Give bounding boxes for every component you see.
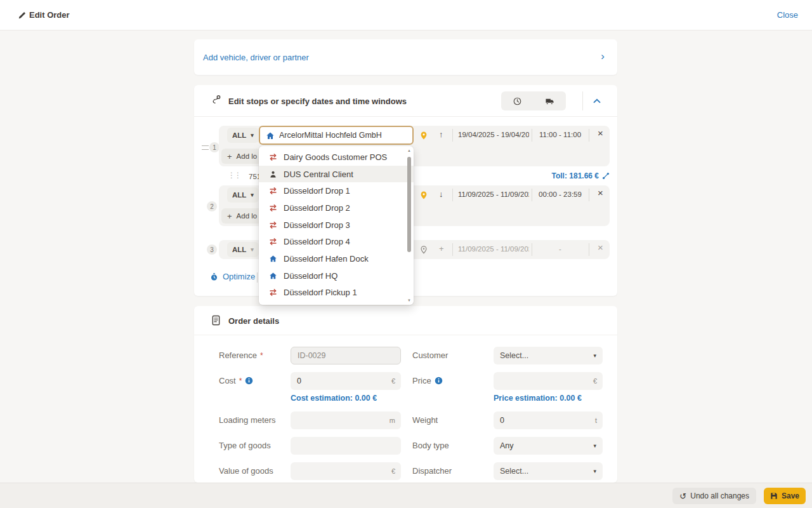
stops-card: Edit stops or specify dates and time win…: [194, 85, 617, 296]
dropdown-item[interactable]: Düsseldorf Drop 4: [259, 233, 414, 250]
date-range-field[interactable]: 19/04/2025 - 19/04/202: [458, 131, 529, 138]
stop-number: 2: [207, 201, 217, 211]
time-window-field[interactable]: 11:00 - 11:00: [534, 131, 587, 138]
body-type-label: Body type: [412, 441, 449, 450]
add-stop-button[interactable]: +: [439, 244, 444, 253]
drag-dots-icon[interactable]: ⋮⋮: [228, 171, 240, 180]
chevron-up-icon: [593, 98, 601, 104]
transfer-icon: [268, 153, 277, 161]
collapse-section-button[interactable]: [591, 95, 603, 107]
divider: [532, 129, 532, 142]
plus-icon: +: [227, 211, 232, 221]
time-windows-button[interactable]: [501, 91, 534, 110]
person-icon: [268, 170, 277, 178]
transfer-icon: [268, 237, 277, 246]
dropdown-item[interactable]: Düsseldorf Hafen Dock: [259, 250, 414, 267]
date-range-field[interactable]: 11/09/2025 - 11/09/202: [458, 190, 529, 198]
caret-down-icon: ▾: [251, 133, 254, 138]
dropdown-item[interactable]: Düsseldorf Drop 3: [259, 217, 414, 234]
required-asterisk: *: [260, 351, 263, 360]
cost-estimation-link[interactable]: Cost estimation: 0.00 €: [291, 394, 377, 403]
close-button[interactable]: Close: [777, 10, 798, 20]
stop-type-select[interactable]: ALL ▾: [227, 242, 259, 257]
loading-meters-input[interactable]: m: [291, 411, 401, 429]
remove-stop-button[interactable]: ×: [598, 128, 603, 138]
move-up-button[interactable]: ↑: [439, 130, 443, 139]
reference-input[interactable]: ID-0029: [291, 347, 401, 364]
move-down-button[interactable]: ↓: [439, 189, 443, 199]
tons-unit: t: [595, 417, 597, 424]
map-pin-outline-icon[interactable]: [419, 245, 428, 255]
divider: [582, 91, 583, 110]
stopwatch-icon: [210, 272, 218, 281]
edit-pencil-icon: [18, 11, 27, 20]
dropdown-item[interactable]: Düsseldorf HQ: [259, 267, 414, 284]
value-of-goods-input[interactable]: €: [291, 462, 401, 480]
undo-all-button[interactable]: ↺ Undo all changes: [672, 488, 756, 504]
add-vehicle-card[interactable]: Add vehicle, driver or partner ›: [194, 39, 617, 75]
transfer-icon: [268, 187, 277, 195]
scrollbar-thumb[interactable]: [407, 157, 411, 252]
divider: [452, 129, 453, 142]
body-type-select[interactable]: Any ▾: [494, 437, 603, 455]
transfer-icon: [268, 204, 277, 212]
price-label: Price: [412, 376, 443, 385]
info-icon[interactable]: [435, 377, 443, 385]
dropdown-item[interactable]: Dairy Goods Customer POS: [259, 149, 414, 166]
dropdown-item[interactable]: DUS Central Client: [259, 166, 414, 183]
order-details-card: Order details Reference * ID-0029 Custom…: [194, 306, 617, 483]
time-window-field[interactable]: 00:00 - 23:59: [534, 190, 587, 198]
stops-toolbar: [501, 91, 566, 110]
drag-handle[interactable]: [202, 145, 209, 150]
currency-unit: €: [391, 377, 395, 385]
stop-type-select[interactable]: ALL ▾: [227, 187, 259, 203]
map-pin-icon[interactable]: [419, 190, 428, 200]
dropdown-item[interactable]: Düsseldorf Drop 2: [259, 199, 414, 217]
weight-label: Weight: [412, 415, 438, 425]
page-title: Edit Order: [29, 10, 70, 20]
weight-input[interactable]: 0 t: [494, 411, 603, 429]
dropdown-item[interactable]: Düsseldorf Drop 1: [259, 182, 414, 199]
currency-unit: €: [391, 467, 395, 475]
divider: [452, 243, 453, 256]
stop-type-select[interactable]: ALL ▾: [227, 128, 259, 143]
time-window-field[interactable]: -: [534, 245, 587, 253]
clock-icon: [513, 97, 522, 106]
customer-select[interactable]: Select... ▾: [494, 347, 603, 364]
date-range-field[interactable]: 11/09/2025 - 11/09/202: [458, 245, 529, 253]
truck-icon: [545, 97, 554, 105]
caret-down-icon: ▾: [251, 247, 254, 253]
dropdown-item[interactable]: Düsseldorf Pickup 1: [259, 284, 414, 302]
remove-stop-button[interactable]: ×: [598, 187, 603, 198]
house-icon: [266, 131, 275, 140]
remove-stop-button[interactable]: ×: [598, 242, 603, 253]
dispatcher-select[interactable]: Select... ▾: [494, 462, 603, 480]
meters-unit: m: [390, 417, 395, 424]
divider: [589, 243, 589, 256]
save-button[interactable]: Save: [764, 488, 806, 504]
divider: [532, 243, 532, 256]
toll-link[interactable]: Toll: 181.66 €: [552, 171, 610, 180]
location-input[interactable]: [259, 126, 414, 145]
route-cost-icon: [602, 172, 610, 180]
scroll-up-icon[interactable]: ▲: [406, 149, 412, 152]
map-pin-icon[interactable]: [419, 131, 428, 140]
route-icon: [211, 95, 221, 105]
stops-card-header: Edit stops or specify dates and time win…: [194, 85, 617, 117]
info-icon[interactable]: [245, 377, 253, 385]
order-details-title: Order details: [228, 316, 279, 326]
optimize-button[interactable]: Optimize: [210, 272, 255, 281]
transfer-icon: [268, 221, 277, 229]
undo-icon: ↺: [679, 492, 686, 500]
price-estimation-link[interactable]: Price estimation: 0.00 €: [494, 394, 582, 403]
house-icon: [268, 272, 277, 280]
order-details-icon: [211, 315, 221, 326]
dropdown-scrollbar[interactable]: ▲ ▼: [406, 149, 412, 302]
type-of-goods-input[interactable]: [291, 437, 401, 455]
transfer-icon: [268, 288, 277, 297]
truck-button[interactable]: [534, 91, 566, 110]
divider: [589, 189, 589, 201]
scroll-down-icon[interactable]: ▼: [406, 298, 412, 302]
cost-input[interactable]: 0 €: [291, 372, 401, 390]
price-input[interactable]: €: [494, 372, 603, 390]
